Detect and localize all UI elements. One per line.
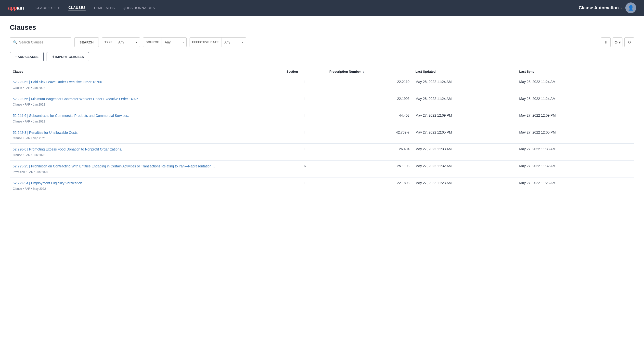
prescription-cell: 25.1103 <box>326 160 412 177</box>
clause-link[interactable]: 52.222-54 | Employment Eligibility Verif… <box>13 181 280 186</box>
last-sync-cell: May 28, 2022 11:24 AM <box>516 76 620 93</box>
app-title-dropdown-icon[interactable]: ▾ <box>621 7 622 10</box>
more-cell: ⋮ <box>620 127 634 144</box>
row-more-button[interactable]: ⋮ <box>623 147 631 154</box>
toolbar: 🔍 SEARCH TYPE Any ▾ SOURCE Any ▾ EFF <box>10 37 634 47</box>
more-cell: ⋮ <box>620 177 634 194</box>
last-updated-cell: May 27, 2022 12:09 PM <box>412 110 516 127</box>
clause-link[interactable]: 52.222-55 | Minimum Wages for Contractor… <box>13 97 280 102</box>
clause-link[interactable]: 52.242-3 | Penalties for Unallowable Cos… <box>13 130 280 135</box>
prescription-sort-icon[interactable]: ↓ <box>363 70 364 73</box>
last-sync-cell: May 27, 2022 11:33 AM <box>516 144 620 161</box>
last-sync-cell: May 28, 2022 11:24 AM <box>516 93 620 110</box>
more-cell: ⋮ <box>620 93 634 110</box>
app-title[interactable]: Clause Automation ▾ <box>579 6 622 11</box>
table-row: 52.222-55 | Minimum Wages for Contractor… <box>10 93 634 110</box>
more-cell: ⋮ <box>620 76 634 93</box>
toolbar-right: ⬇ ⚙ ▾ ↻ <box>601 37 634 47</box>
table-row: 52.244-6 | Subcontracts for Commercial P… <box>10 110 634 127</box>
filter-button[interactable]: ⚙ ▾ <box>612 37 622 47</box>
import-clauses-button[interactable]: ⬆ IMPORT CLAUSES <box>46 52 89 61</box>
search-wrapper: 🔍 <box>10 37 71 47</box>
clause-link[interactable]: 52.226-6 | Promoting Excess Food Donatio… <box>13 147 280 152</box>
app-logo[interactable]: appian <box>8 5 24 11</box>
clause-link[interactable]: 52.222-62 | Paid Sick Leave Under Execut… <box>13 80 280 85</box>
page-title: Clauses <box>10 24 634 32</box>
more-cell: ⋮ <box>620 110 634 127</box>
clause-cell: 52.222-55 | Minimum Wages for Contractor… <box>10 93 284 110</box>
type-filter-label: TYPE <box>102 38 115 47</box>
avatar[interactable]: 👤 <box>625 3 636 13</box>
col-header-prescription: Prescription Number ↓ <box>326 67 412 76</box>
clauses-table: Clause Section Prescription Number ↓ Las… <box>10 67 634 194</box>
last-sync-cell: May 27, 2022 11:32 AM <box>516 160 620 177</box>
clause-link[interactable]: 52.225-25 | Prohibition on Contracting W… <box>13 164 280 169</box>
effective-date-filter: EFFECTIVE DATE Any ▾ <box>190 37 246 47</box>
section-cell: I <box>284 76 326 93</box>
source-filter-label: SOURCE <box>143 38 162 47</box>
clause-meta: Clause • FAR • Jun 2020 <box>13 153 45 157</box>
col-header-clause: Clause <box>10 67 284 76</box>
search-input[interactable] <box>19 40 68 44</box>
clause-cell: 52.222-62 | Paid Sick Leave Under Execut… <box>10 76 284 93</box>
download-button[interactable]: ⬇ <box>601 37 611 47</box>
source-filter: SOURCE Any ▾ <box>143 37 186 47</box>
prescription-cell: 22.2110 <box>326 76 412 93</box>
clause-cell: 52.226-6 | Promoting Excess Food Donatio… <box>10 144 284 161</box>
row-more-button[interactable]: ⋮ <box>623 130 631 138</box>
nav-clauses[interactable]: CLAUSES <box>68 5 86 11</box>
last-updated-cell: May 28, 2022 11:24 AM <box>412 93 516 110</box>
more-cell: ⋮ <box>620 160 634 177</box>
row-more-button[interactable]: ⋮ <box>623 97 631 104</box>
row-more-button[interactable]: ⋮ <box>623 181 631 188</box>
col-header-last-sync: Last Sync <box>516 67 620 76</box>
prescription-cell: 26.404 <box>326 144 412 161</box>
app-title-text: Clause Automation <box>579 6 619 10</box>
clause-meta: Clause • FAR • Sep 2021 <box>13 137 46 140</box>
effective-date-select[interactable]: Any <box>222 40 246 44</box>
nav-clause-sets[interactable]: CLAUSE SETS <box>36 5 60 11</box>
clause-link[interactable]: 52.244-6 | Subcontracts for Commercial P… <box>13 113 280 118</box>
prescription-cell: 22.1906 <box>326 93 412 110</box>
action-buttons: + ADD CLAUSE ⬆ IMPORT CLAUSES <box>10 52 634 61</box>
clause-meta: Provision • FAR • Jun 2020 <box>13 170 48 174</box>
table-body: 52.222-62 | Paid Sick Leave Under Execut… <box>10 76 634 194</box>
table-row: 52.225-25 | Prohibition on Contracting W… <box>10 160 634 177</box>
navbar-right: Clause Automation ▾ 👤 <box>579 3 636 13</box>
nav-templates[interactable]: TEMPLATES <box>94 5 115 11</box>
add-clause-button[interactable]: + ADD CLAUSE <box>10 52 44 61</box>
clause-cell: 52.225-25 | Prohibition on Contracting W… <box>10 160 284 177</box>
section-cell: I <box>284 177 326 194</box>
col-header-last-updated: Last Updated <box>412 67 516 76</box>
navbar: appian CLAUSE SETS CLAUSES TEMPLATES QUE… <box>0 0 644 16</box>
nav-questionnaires[interactable]: QUESTIONNAIRES <box>122 5 155 11</box>
type-select[interactable]: Any <box>115 40 140 44</box>
table-row: 52.222-62 | Paid Sick Leave Under Execut… <box>10 76 634 93</box>
last-updated-cell: May 27, 2022 11:23 AM <box>412 177 516 194</box>
type-select-wrapper: Any ▾ <box>115 40 140 44</box>
search-button[interactable]: SEARCH <box>74 37 99 47</box>
last-sync-cell: May 27, 2022 12:09 PM <box>516 110 620 127</box>
more-cell: ⋮ <box>620 144 634 161</box>
last-sync-cell: May 27, 2022 12:05 PM <box>516 127 620 144</box>
effective-date-label: EFFECTIVE DATE <box>190 38 222 47</box>
row-more-button[interactable]: ⋮ <box>623 113 631 121</box>
section-cell: I <box>284 110 326 127</box>
prescription-cell: 44.403 <box>326 110 412 127</box>
last-updated-cell: May 28, 2022 11:24 AM <box>412 76 516 93</box>
source-select-wrapper: Any ▾ <box>162 40 186 44</box>
row-more-button[interactable]: ⋮ <box>623 80 631 87</box>
table-row: 52.242-3 | Penalties for Unallowable Cos… <box>10 127 634 144</box>
row-more-button[interactable]: ⋮ <box>623 164 631 171</box>
search-icon: 🔍 <box>13 40 17 44</box>
source-select[interactable]: Any <box>162 40 186 44</box>
refresh-button[interactable]: ↻ <box>624 37 634 47</box>
prescription-cell: 22.1803 <box>326 177 412 194</box>
clause-cell: 52.242-3 | Penalties for Unallowable Cos… <box>10 127 284 144</box>
section-cell: I <box>284 93 326 110</box>
last-updated-cell: May 27, 2022 12:05 PM <box>412 127 516 144</box>
effective-date-select-wrapper: Any ▾ <box>222 40 246 44</box>
page-content: Clauses 🔍 SEARCH TYPE Any ▾ SOURCE Any ▾ <box>0 16 644 353</box>
clause-meta: Clause • FAR • May 2022 <box>13 187 46 190</box>
section-cell: K <box>284 160 326 177</box>
